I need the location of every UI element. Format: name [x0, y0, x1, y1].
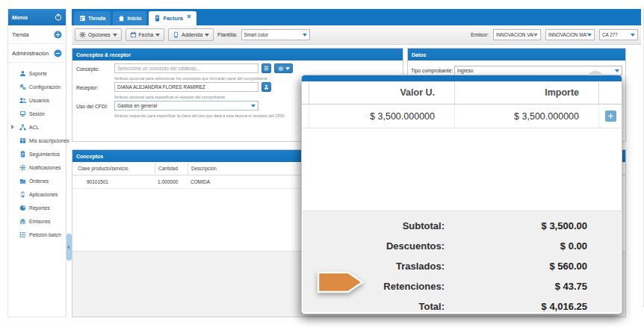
- sidebar-item-aplicaciones[interactable]: Aplicaciones: [8, 187, 66, 201]
- overlay-table-header: Valor U. Importe: [302, 81, 622, 105]
- sidebar-item-mis-suscripciones[interactable]: Mis suscripciones: [8, 134, 66, 147]
- panel-title: Datos: [408, 49, 625, 60]
- opciones-button[interactable]: Opciones: [75, 28, 122, 41]
- chevron-down-icon: [113, 34, 117, 37]
- tab-inicio[interactable]: Inicio: [113, 11, 146, 25]
- concepto-options-button[interactable]: [274, 63, 293, 73]
- emisor-group: Emisor: INNOVACION VALOR INNOVACION MATR…: [471, 29, 638, 40]
- sidebar-item-configuracion[interactable]: Configuración: [8, 80, 66, 93]
- receptor-input[interactable]: [114, 82, 258, 92]
- chevron-down-icon: [615, 69, 619, 72]
- tab-bar: Tienda Inicio Factura: [72, 9, 641, 25]
- chevron-down-icon: [251, 105, 256, 108]
- receptor-lookup-button[interactable]: [261, 82, 271, 92]
- totals-summary: Subtotal: $ 3,500.00 Descuentos: $ 0.00 …: [303, 211, 621, 312]
- summary-row-subtotal: Subtotal: $ 3,500.00: [303, 217, 621, 237]
- close-tab-icon[interactable]: [187, 14, 191, 19]
- sidebar-collapse-handle[interactable]: [66, 234, 72, 261]
- sidebar-item-acl[interactable]: ACL: [8, 120, 66, 134]
- panel-title: Conceptos & receptor: [72, 49, 403, 60]
- chevron-down-icon: [631, 34, 635, 37]
- column-header-clave[interactable]: Clave producto/servicio: [72, 162, 155, 175]
- button-label: Opciones: [88, 32, 111, 37]
- overlay-table-row[interactable]: $ 3,500.000000 $ 3,500.000000: [302, 105, 622, 128]
- concepto-help: Atributo opcional para seleccionar los c…: [114, 76, 268, 81]
- sidebar-item-emisores[interactable]: Emisores: [8, 214, 66, 228]
- emitters-icon: [19, 218, 26, 225]
- emisor-label: Emisor:: [471, 32, 489, 37]
- button-label: Fecha: [139, 32, 153, 37]
- concepto-label: Concepto:: [76, 66, 99, 72]
- subscriptions-icon: [19, 137, 26, 144]
- chevron-down-icon: [587, 34, 592, 37]
- cell-actions: [598, 105, 622, 128]
- sidebar-item-usuarios[interactable]: Usuarios: [8, 93, 66, 107]
- expand-plus-icon[interactable]: [54, 31, 62, 39]
- tab-tienda[interactable]: Tienda: [74, 11, 111, 25]
- button-label: Addenda: [182, 32, 202, 37]
- sidebar-item-peticion-batch[interactable]: Petición batch: [8, 228, 66, 241]
- cell-clave: 90101501: [72, 175, 155, 188]
- concepto-input[interactable]: [114, 63, 258, 73]
- column-header-valor-u[interactable]: Valor U.: [309, 81, 454, 104]
- plantilla-select[interactable]: Smart color: [241, 29, 310, 40]
- notifications-icon: [19, 164, 26, 171]
- settings-icon: [19, 84, 26, 90]
- uso-cfdi-help: Atributo requerido para especificar la c…: [114, 113, 285, 118]
- home-icon: [118, 15, 125, 22]
- collapse-minus-icon[interactable]: [54, 49, 62, 57]
- chevron-right-icon[interactable]: [11, 125, 14, 129]
- addenda-button[interactable]: Addenda: [168, 28, 214, 41]
- reports-icon: [19, 205, 26, 211]
- emisor-select-2[interactable]: INNOVACION MATRIZ: [545, 29, 595, 40]
- gear-icon: [79, 31, 86, 38]
- power-icon[interactable]: [55, 13, 62, 21]
- sidebar-item-ordenes[interactable]: Órdenes: [8, 174, 66, 187]
- chevron-down-icon: [303, 34, 307, 37]
- chevron-down-icon: [155, 34, 160, 37]
- invoice-icon: [154, 15, 161, 22]
- summary-row-total: Total: $ 4,016.25: [303, 297, 621, 317]
- totals-overlay: Valor U. Importe $ 3,500.000000 $ 3,500.…: [301, 75, 622, 314]
- retenciones-pointer-arrow: [317, 270, 365, 294]
- sidebar-item-sesion[interactable]: Sesión: [8, 107, 66, 120]
- batch-icon: [19, 231, 26, 238]
- column-header-importe[interactable]: Importe: [454, 81, 598, 104]
- sidebar-item-seguimientos[interactable]: Seguimientos: [8, 147, 66, 161]
- emisor-select-1[interactable]: INNOVACION VALOR: [493, 29, 541, 40]
- cell-valor-u: $ 3,500.000000: [309, 105, 454, 128]
- column-header-cantidad[interactable]: Cantidad: [155, 162, 188, 175]
- acl-icon: [19, 124, 26, 131]
- emisor-select-3[interactable]: CA 277: [599, 29, 638, 40]
- fecha-button[interactable]: Fecha: [126, 28, 164, 41]
- sidebar-section-label: Tienda: [12, 31, 54, 38]
- tab-factura[interactable]: Factura: [149, 11, 196, 25]
- chevron-down-icon: [533, 34, 538, 37]
- sidebar-item-notificaciones[interactable]: Notificaciones: [8, 161, 66, 174]
- receptor-help: Atributo opcional para especificar el re…: [114, 95, 226, 99]
- calendar-icon: [130, 31, 137, 38]
- tab-label: Tienda: [88, 15, 105, 22]
- tracking-icon: [19, 151, 26, 158]
- shop-icon: [79, 15, 86, 22]
- sidebar-section-administracion[interactable]: Administración: [8, 44, 66, 63]
- session-icon: [19, 110, 26, 117]
- uso-cfdi-label: Uso del CFDI:: [76, 104, 108, 109]
- add-concept-button[interactable]: [605, 110, 616, 122]
- sidebar-section-tienda[interactable]: Tienda: [8, 25, 66, 44]
- users-icon: [19, 97, 26, 104]
- concepto-catalog-button[interactable]: [261, 63, 271, 73]
- chevron-down-icon: [285, 67, 290, 70]
- tab-label: Inicio: [127, 15, 141, 22]
- sidebar-item-soporte[interactable]: Soporte: [8, 66, 66, 80]
- overlay-top-bar: [302, 75, 622, 81]
- uso-cfdi-select[interactable]: Gastos en general: [114, 101, 258, 110]
- chevron-down-icon: [205, 34, 209, 37]
- sidebar-item-reportes[interactable]: Reportes: [8, 201, 66, 214]
- plantilla-value: Smart color: [244, 32, 303, 37]
- sidebar-items: Soporte Configuración Usuarios Sesión AC…: [8, 63, 66, 241]
- sidebar-title: Menú: [12, 14, 55, 21]
- sidebar: Menú Tienda Administración Soporte: [7, 9, 66, 317]
- tipo-comprobante-label: Tipo comprobante:: [411, 68, 453, 73]
- tablet-icon: [173, 31, 179, 38]
